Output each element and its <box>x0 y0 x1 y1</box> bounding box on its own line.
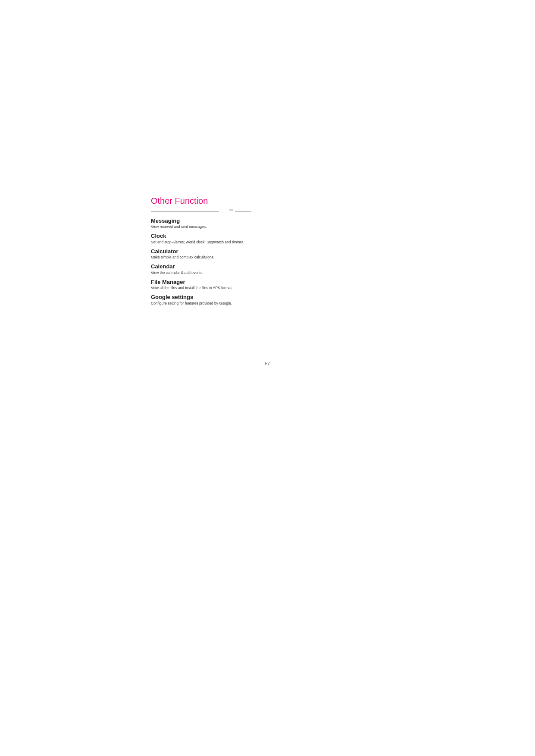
divider-line-left <box>151 210 219 212</box>
section-heading: Calendar <box>151 264 250 270</box>
section-desc: Set and stop Alarms; World clock; Stopwa… <box>151 240 250 244</box>
document-page: Other Function ✂ Messaging View receved … <box>151 196 250 310</box>
section-desc: View receved and sent messages. <box>151 224 250 229</box>
section-google-settings: Google settings Configure setting for fe… <box>151 294 250 305</box>
section-heading: Clock <box>151 233 250 239</box>
section-file-manager: File Manager Veiw all the files and inst… <box>151 279 250 290</box>
page-number: 67 <box>0 361 535 366</box>
section-heading: Google settings <box>151 294 250 300</box>
section-calendar: Calendar View the calendar & add events. <box>151 264 250 274</box>
section-heading: Calculator <box>151 249 250 255</box>
section-messaging: Messaging View receved and sent messages… <box>151 218 250 229</box>
section-desc: Configure setting for features provided … <box>151 301 250 305</box>
section-heading: File Manager <box>151 279 250 285</box>
scissors-icon: ✂ <box>229 208 233 212</box>
section-calculator: Calculator Make simple and complex calcu… <box>151 249 250 259</box>
section-desc: Veiw all the files and install the files… <box>151 286 250 290</box>
section-desc: View the calendar & add events. <box>151 271 250 275</box>
section-clock: Clock Set and stop Alarms; World clock; … <box>151 233 250 244</box>
section-heading: Messaging <box>151 218 250 224</box>
divider-line-right <box>235 210 251 212</box>
title-divider: ✂ <box>151 208 251 212</box>
section-desc: Make simple and complex calculations. <box>151 255 250 259</box>
page-title: Other Function <box>151 196 250 206</box>
